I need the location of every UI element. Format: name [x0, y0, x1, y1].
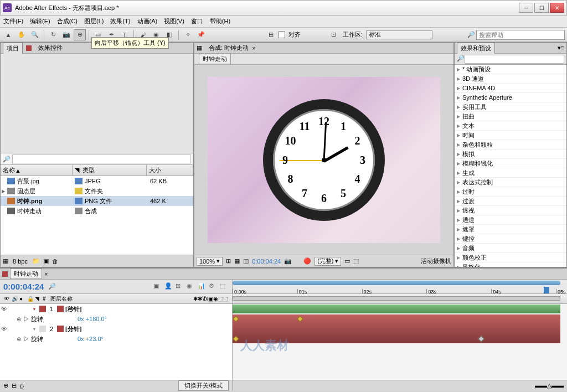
- frame-blend-icon[interactable]: ⊞: [176, 282, 184, 291]
- menu-help[interactable]: 帮助(H): [210, 17, 230, 25]
- graph-icon[interactable]: 📊: [198, 282, 207, 291]
- mask-icon[interactable]: ◫: [243, 257, 249, 265]
- project-search-input[interactable]: [12, 154, 191, 163]
- toggle-icon[interactable]: ⊕: [3, 382, 8, 389]
- timeline-time[interactable]: 0:00:04:24: [3, 282, 44, 291]
- effect-category[interactable]: ▶模糊和锐化: [455, 159, 566, 168]
- menu-file[interactable]: 文件(F): [3, 17, 23, 25]
- project-item[interactable]: 时钟走动 合成: [1, 206, 193, 216]
- channel-icon[interactable]: 🔴: [303, 257, 311, 265]
- hand-tool[interactable]: ✋: [16, 29, 28, 40]
- effect-category[interactable]: ▶扭曲: [455, 112, 566, 121]
- effect-category[interactable]: ▶键控: [455, 234, 566, 244]
- search-layout-icon[interactable]: ⊡: [327, 29, 339, 40]
- comp-tab[interactable]: 合成: 时钟走动: [209, 44, 249, 52]
- motion-blur-icon[interactable]: ◉: [187, 282, 195, 291]
- view-icon[interactable]: ▭: [344, 257, 350, 265]
- menu-edit[interactable]: 编辑(E): [30, 17, 50, 25]
- 3d-icon[interactable]: ⬚: [353, 257, 359, 265]
- new-comp-icon[interactable]: ▣: [43, 257, 49, 265]
- selection-tool[interactable]: ▲: [2, 29, 14, 40]
- effects-search-input[interactable]: [465, 55, 564, 64]
- eye-col-icon[interactable]: 👁: [2, 296, 10, 302]
- effect-category[interactable]: ▶Synthetic Aperture: [455, 93, 566, 102]
- effect-category[interactable]: ▶CINEMA 4D: [455, 84, 566, 93]
- zoom-slider[interactable]: ▬▬△▬▬: [535, 382, 564, 389]
- menu-animation[interactable]: 动画(A): [137, 17, 158, 25]
- snapshot-icon[interactable]: 📷: [284, 257, 292, 265]
- rotate-tool[interactable]: ↻: [47, 29, 59, 40]
- composition-viewer[interactable]: 121234567891011: [194, 65, 453, 255]
- col-type[interactable]: 类型: [80, 165, 147, 176]
- effect-category[interactable]: ▶时间: [455, 131, 566, 140]
- project-item[interactable]: 时钟.png PNG 文件 462 K: [1, 196, 193, 206]
- interpret-icon[interactable]: ▦: [3, 257, 8, 265]
- effect-category[interactable]: ▶过时: [455, 187, 566, 197]
- effect-category[interactable]: ▶通道: [455, 215, 566, 225]
- camera-tool[interactable]: 📷: [60, 29, 73, 40]
- comp-mini-icon[interactable]: ▣: [153, 282, 162, 291]
- zoom-tool[interactable]: 🔍: [29, 29, 41, 40]
- effect-category[interactable]: ▶模拟: [455, 149, 566, 159]
- playhead[interactable]: [544, 287, 549, 293]
- tab-project[interactable]: 项目: [3, 43, 23, 54]
- new-folder-icon[interactable]: 📁: [32, 257, 40, 265]
- effect-category[interactable]: ▶颜色校正: [455, 253, 566, 262]
- comp-name-tab[interactable]: 时钟走动: [199, 54, 231, 64]
- close-button[interactable]: ✕: [550, 3, 564, 13]
- grid-icon[interactable]: ▦: [234, 257, 240, 265]
- timeline-layer[interactable]: 👁 ▼2 [分针]: [0, 324, 232, 334]
- search-icon[interactable]: 🔎: [48, 283, 56, 290]
- 3d-icon[interactable]: ⬚: [220, 282, 229, 291]
- effect-category[interactable]: ▶音频: [455, 244, 566, 253]
- project-item[interactable]: ▶ 固态层 文件夹: [1, 186, 193, 196]
- tab-close-icon[interactable]: ×: [44, 271, 48, 277]
- solo-col-icon[interactable]: ●: [18, 296, 25, 302]
- layer-name-header[interactable]: 图层名称: [49, 295, 74, 303]
- workarea-dropdown[interactable]: 标准: [366, 30, 432, 39]
- view-layout-icon[interactable]: ▦: [197, 44, 202, 51]
- viewer-time[interactable]: 0:00:04:24: [252, 258, 281, 265]
- zoom-dropdown[interactable]: 100% ▾: [197, 257, 223, 266]
- effect-category[interactable]: ▶风格化: [455, 262, 566, 267]
- camera-label[interactable]: 活动摄像机: [421, 257, 451, 265]
- lock-col-icon[interactable]: 🔒: [25, 296, 33, 302]
- panel-menu-icon[interactable]: ▾≡: [558, 44, 564, 51]
- help-search-input[interactable]: [476, 30, 565, 40]
- pan-behind-tool[interactable]: ⊕: [74, 29, 86, 40]
- layer-property[interactable]: ⊙ ▷ 旋转 0x +180.0°: [0, 314, 232, 324]
- switch-mode-button[interactable]: 切换开关/模式: [178, 380, 229, 391]
- menu-view[interactable]: 视图(V): [164, 17, 184, 25]
- menu-composition[interactable]: 合成(C): [57, 17, 78, 25]
- shy-icon[interactable]: 👤: [164, 282, 173, 291]
- timeline-layer[interactable]: 👁 ▼1 [秒针]: [0, 304, 232, 314]
- local-axis-icon[interactable]: ⊞: [265, 29, 277, 40]
- effect-category[interactable]: ▶杂色和颗粒: [455, 140, 566, 149]
- time-ruler[interactable]: 0:00s01s02s03s04s05s: [233, 280, 567, 294]
- timeline-tab[interactable]: 时钟走动: [10, 269, 42, 279]
- speaker-col-icon[interactable]: 🔊: [10, 296, 18, 302]
- effect-category[interactable]: ▶文本: [455, 121, 566, 131]
- col-size[interactable]: 大小: [147, 165, 193, 176]
- effect-category[interactable]: ▶遮罩: [455, 225, 566, 234]
- tab-effect-controls[interactable]: 效果控件: [35, 43, 66, 53]
- eye-icon[interactable]: 👁: [1, 306, 9, 312]
- trash-icon[interactable]: 🗑: [52, 258, 58, 265]
- roto-tool[interactable]: ✧: [182, 29, 194, 40]
- brain-icon[interactable]: ⚙: [209, 282, 218, 291]
- layer-property[interactable]: ⊙ ▷ 旋转 0x +23.0°: [0, 334, 232, 344]
- tab-effects[interactable]: 效果和预设: [457, 43, 495, 54]
- menu-window[interactable]: 窗口: [191, 17, 203, 25]
- effect-category[interactable]: ▶过渡: [455, 197, 566, 206]
- eye-icon[interactable]: 👁: [1, 326, 9, 332]
- effect-category[interactable]: ▶实用工具: [455, 102, 566, 112]
- minimize-button[interactable]: ─: [519, 3, 533, 13]
- effect-category[interactable]: ▶生成: [455, 168, 566, 178]
- bpc-button[interactable]: 8 bpc: [12, 258, 29, 265]
- snap-checkbox[interactable]: [278, 31, 285, 38]
- toggle-icon[interactable]: {}: [20, 383, 24, 389]
- menu-effect[interactable]: 效果(T): [110, 17, 130, 25]
- menu-layer[interactable]: 图层(L): [84, 17, 104, 25]
- effect-category[interactable]: ▶透视: [455, 206, 566, 215]
- col-name[interactable]: 名称: [3, 166, 15, 174]
